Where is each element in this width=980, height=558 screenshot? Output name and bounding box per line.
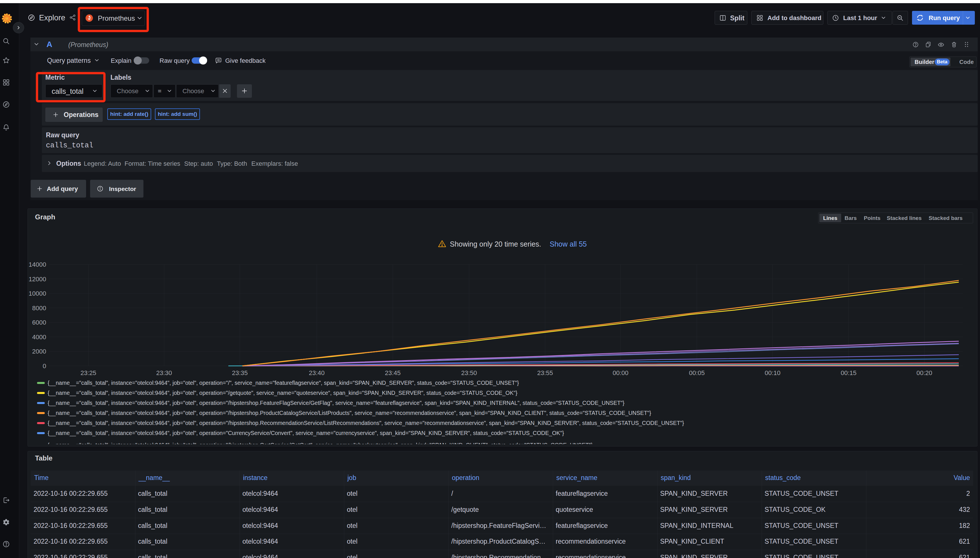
- svg-text:2000: 2000: [32, 348, 46, 355]
- svg-text:23:25: 23:25: [81, 369, 96, 376]
- svg-text:00:10: 00:10: [765, 369, 780, 376]
- svg-text:23:45: 23:45: [385, 369, 401, 376]
- svg-text:4000: 4000: [32, 333, 46, 341]
- svg-text:23:30: 23:30: [156, 369, 172, 376]
- svg-text:00:15: 00:15: [840, 369, 857, 376]
- svg-text:23:55: 23:55: [537, 369, 553, 376]
- svg-text:23:40: 23:40: [309, 369, 324, 376]
- svg-text:10000: 10000: [29, 290, 46, 297]
- svg-text:6000: 6000: [32, 319, 46, 326]
- svg-text:14000: 14000: [29, 261, 46, 268]
- svg-text:0: 0: [43, 363, 46, 369]
- svg-text:8000: 8000: [32, 305, 46, 312]
- svg-text:23:50: 23:50: [461, 369, 477, 376]
- svg-text:00:05: 00:05: [689, 369, 705, 376]
- svg-text:23:35: 23:35: [232, 369, 248, 376]
- svg-text:00:00: 00:00: [613, 369, 628, 376]
- svg-text:00:20: 00:20: [916, 369, 932, 376]
- svg-text:12000: 12000: [29, 276, 46, 283]
